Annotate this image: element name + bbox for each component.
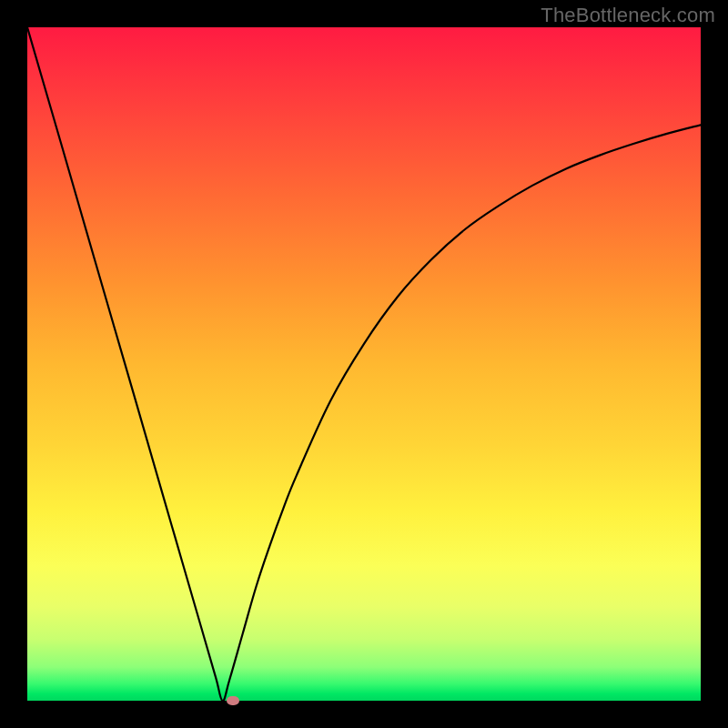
outer-frame: TheBottleneck.com — [0, 0, 728, 728]
watermark-text: TheBottleneck.com — [541, 4, 715, 27]
chart-plot-area — [27, 27, 701, 701]
curve-svg — [27, 27, 701, 701]
bottleneck-curve — [27, 27, 701, 701]
minimum-marker — [227, 696, 239, 705]
